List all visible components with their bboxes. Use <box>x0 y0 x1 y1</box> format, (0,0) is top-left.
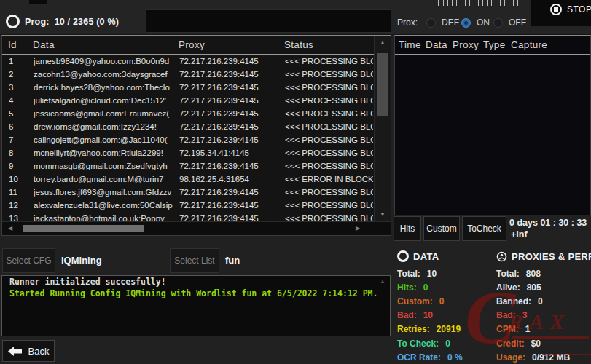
stat-value: 0 <box>439 296 445 306</box>
cell-id: 8 <box>9 149 31 157</box>
back-button-label: Back <box>28 346 50 357</box>
cell-id: 13 <box>9 214 31 221</box>
stat-value: 0 <box>423 282 428 293</box>
stat-value: 1 <box>525 324 531 334</box>
column-header-capture[interactable]: Capture <box>511 39 547 50</box>
cell-proxy: 72.217.216.239:4145 <box>179 122 281 131</box>
data-stats-panel: DATA Total: 10 Hits: 0 Custom: 0 <box>397 250 496 364</box>
cell-proxy: 72.217.216.239:4145 <box>179 83 281 92</box>
stat-value: 805 <box>527 282 541 293</box>
table-row[interactable]: 9 mommasgb@gmail.com:Zsedfvgtyh 72.217.2… <box>3 160 373 173</box>
back-button[interactable]: Back <box>2 340 55 362</box>
column-header-id[interactable]: Id <box>8 39 17 50</box>
radio-circle-icon[interactable] <box>426 18 436 28</box>
progress-ring-icon <box>6 15 20 28</box>
table-row[interactable]: 1 jamesb98409@yahoo.com:B0o0n9d 72.217.2… <box>3 55 373 68</box>
stat-label: Hits: <box>397 282 417 293</box>
table-row[interactable]: 11 jesus.flores.jf693@gmail.com:Gfdzzv 7… <box>3 186 373 199</box>
stat-label: Retries: <box>397 324 430 334</box>
column-header-type[interactable]: Type <box>483 39 505 50</box>
proxy-stats-rows: Total: 808 Alive: 805 Banned: 0 Bad: 3 <box>496 266 591 364</box>
vertical-scrollbar-thumb[interactable] <box>377 53 388 116</box>
cell-data: mommasgb@gmail.com:Zsedfvgtyh <box>34 162 176 170</box>
select-config-button[interactable]: Select CFG <box>2 248 55 273</box>
progress-value: 10 / 2365 (0 %) <box>55 17 119 27</box>
cell-status: <<< PROCESSING BLO <box>285 149 373 157</box>
stop-button[interactable]: STOP <box>550 4 591 15</box>
proxy-stats-panel: PROXIES & PERF Total: 808 Alive: 805 Ban… <box>496 250 591 364</box>
stat-row: Banned: 0 <box>496 294 591 308</box>
selected-config-name: IQMining <box>61 255 102 266</box>
checks-table-body: 1 jamesb98409@yahoo.com:B0o0n9d 72.217.2… <box>3 55 373 221</box>
cell-data: jessicaoms@gmail.com:Eraumavez( <box>34 109 176 118</box>
table-row[interactable]: 6 drew.iorns@gmail.com:Izzy1234! 72.217.… <box>3 121 373 134</box>
tab-custom[interactable]: Custom <box>423 216 460 241</box>
table-row[interactable]: 4 julietsalgado@icloud.com:Dec1512' 72.2… <box>3 95 373 108</box>
cell-id: 1 <box>9 57 31 66</box>
proxy-mode-radio-def[interactable]: DEF <box>426 17 459 28</box>
log-line: Started Running Config IQMining with Wor… <box>2 288 390 299</box>
tab-hits[interactable]: Hits <box>394 216 421 241</box>
proxy-mode-radio-on[interactable]: ON <box>461 17 490 28</box>
table-row[interactable]: 3 derrick.hayes28@yahoo.com:Theclo 72.21… <box>3 82 373 95</box>
cell-data: calingojett@gmail.com:@Jac11040( <box>34 135 176 144</box>
column-header-data[interactable]: Data <box>33 39 55 50</box>
radio-label: DEF <box>442 17 459 28</box>
cell-id: 10 <box>9 175 31 183</box>
horizontal-scrollbar-thumb[interactable] <box>23 225 144 232</box>
cell-data: julietsalgado@icloud.com:Dec1512' <box>34 96 176 105</box>
table-row[interactable]: 12 alexvalenzuela31@live.com:50Calsip 72… <box>3 199 373 213</box>
table-row[interactable]: 10 torrey.bardo@gmail.com:M@turin7 98.16… <box>3 173 373 186</box>
tab-tocheck[interactable]: ToCheck <box>462 216 506 241</box>
radio-circle-icon[interactable] <box>493 18 503 28</box>
top-edge-artifact <box>29 0 47 4</box>
log-scroll-up-icon[interactable]: ▲ <box>380 278 385 285</box>
cell-data: jackastanton@hotmail.co.uk:Poppy <box>34 214 176 221</box>
stat-label: Banned: <box>496 296 531 306</box>
vertical-scrollbar[interactable]: ▲ ▼ <box>374 36 391 222</box>
column-header-data[interactable]: Data <box>426 39 447 50</box>
stat-label: OCR Rate: <box>397 352 441 363</box>
stat-label: Bad: <box>496 310 516 320</box>
runner-log[interactable]: Runner initialized succesfully! Started … <box>1 275 391 336</box>
table-row[interactable]: 5 jessicaoms@gmail.com:Eraumavez( 72.217… <box>3 108 373 121</box>
column-header-proxy[interactable]: Proxy <box>453 39 479 50</box>
table-row[interactable]: 8 mcneillyrt@yahoo.com:Rtlula2299! 72.19… <box>3 147 373 160</box>
cell-id: 7 <box>9 135 31 144</box>
select-list-button[interactable]: Select List <box>170 248 219 273</box>
scroll-up-icon[interactable]: ▲ <box>375 37 391 49</box>
scroll-right-icon[interactable]: ▶ <box>351 222 364 235</box>
scroll-down-icon[interactable]: ▼ <box>375 209 391 221</box>
stat-value: 20919 <box>437 324 461 334</box>
runner-window: Prog: 10 / 2365 (0 %) Prox: DEF ON OFF S… <box>0 0 591 364</box>
stat-row: Credit: $0 <box>496 336 591 350</box>
radio-circle-icon[interactable] <box>461 18 471 28</box>
scroll-left-icon[interactable]: ◀ <box>4 222 17 235</box>
horizontal-scrollbar[interactable]: ◀ ▶ <box>2 221 391 235</box>
column-header-proxy[interactable]: Proxy <box>179 39 205 50</box>
cell-id: 12 <box>9 201 31 210</box>
progress-bar-track <box>146 9 391 33</box>
cell-id: 6 <box>9 122 31 131</box>
cell-proxy: 72.217.216.239:4145 <box>179 57 281 66</box>
cell-status: <<< PROCESSING BLO <box>285 109 373 118</box>
stat-label: Credit: <box>496 339 525 349</box>
cell-status: <<< PROCESSING BLO <box>285 70 373 79</box>
checks-table: Id Data Proxy Status 1 jamesb98409@yahoo… <box>1 35 391 236</box>
table-row[interactable]: 2 zacohn13@yahoo.com:3daysgracef 72.217.… <box>3 68 373 82</box>
cell-proxy: 72.217.216.239:4145 <box>179 70 281 79</box>
cell-data: torrey.bardo@gmail.com:M@turin7 <box>34 175 176 183</box>
table-row[interactable]: 7 calingojett@gmail.com:@Jac11040( 72.21… <box>3 134 373 147</box>
progress-label: Prog: <box>25 17 50 27</box>
proxy-mode-radio-off[interactable]: OFF <box>493 17 526 28</box>
stat-row: Custom: 0 <box>397 294 496 308</box>
stat-value: 0 <box>445 339 450 349</box>
selected-list-name: fun <box>225 255 240 266</box>
stat-label: CPM: <box>496 324 519 334</box>
table-row[interactable]: 13 jackastanton@hotmail.co.uk:Poppy 72.2… <box>3 213 373 221</box>
bots-slider-ruler[interactable] <box>438 0 525 6</box>
column-header-time[interactable]: Time <box>399 39 421 50</box>
column-header-status[interactable]: Status <box>284 39 313 50</box>
header-underline <box>395 54 590 55</box>
stat-value: $0 <box>531 339 541 349</box>
